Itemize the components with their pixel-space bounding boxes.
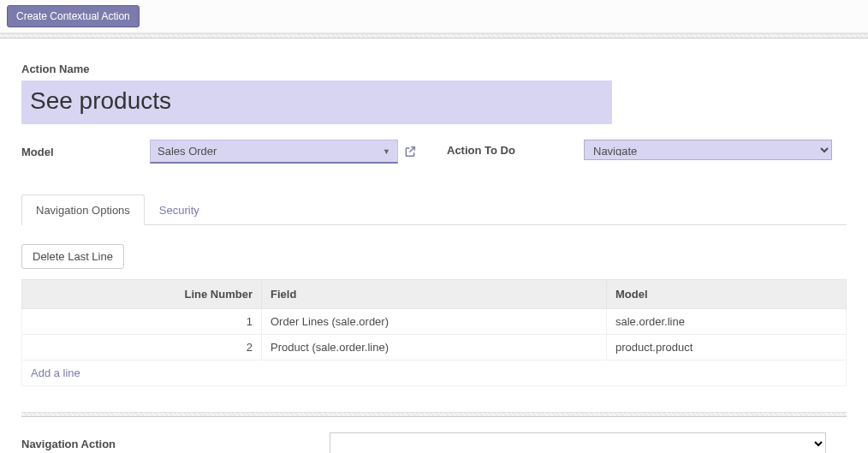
add-line-row[interactable]: Add a line [22,361,847,386]
add-line-label: Add a line [22,361,847,386]
model-value: Sales Order [158,145,217,158]
tab-bar: Navigation Options Security [21,194,847,225]
separator [0,33,868,39]
cell-field: Order Lines (sale.order) [262,309,607,335]
tab-navigation-options[interactable]: Navigation Options [21,194,145,225]
cell-line-number: 1 [22,309,262,335]
table-row[interactable]: 2 Product (sale.order.line) product.prod… [22,335,847,361]
model-label: Model [21,146,150,158]
chevron-down-icon[interactable]: ▼ [383,147,390,156]
col-line-number: Line Number [22,280,262,309]
navigation-action-label: Navigation Action [21,438,330,450]
cell-model: product.product [607,335,847,361]
tab-security[interactable]: Security [145,194,214,225]
col-field: Field [262,280,607,309]
action-to-do-label: Action To Do [447,144,584,157]
table-row[interactable]: 1 Order Lines (sale.order) sale.order.li… [22,309,847,335]
cell-line-number: 2 [22,335,262,361]
navigation-action-select[interactable] [330,432,826,453]
cell-field: Product (sale.order.line) [262,335,607,361]
action-name-input[interactable] [21,80,612,124]
separator [21,412,847,417]
cell-model: sale.order.line [607,309,847,335]
create-contextual-action-button[interactable]: Create Contextual Action [7,5,140,27]
model-input[interactable]: Sales Order ▼ [150,140,398,164]
action-name-label: Action Name [21,63,847,75]
navigation-lines-table: Line Number Field Model 1 Order Lines (s… [21,279,847,386]
delete-last-line-button[interactable]: Delete Last Line [21,244,124,269]
action-to-do-select[interactable]: Navigate [584,140,832,160]
external-link-icon[interactable] [403,145,417,158]
col-model: Model [607,280,847,309]
